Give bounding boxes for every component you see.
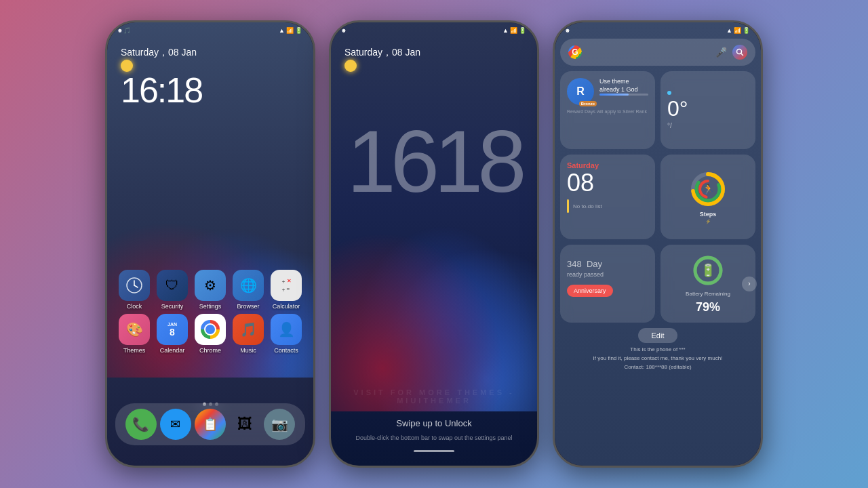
app-contacts[interactable]: 👤 Contacts [268, 314, 304, 354]
status-left-icons: ⎈ 🎵 [118, 27, 131, 34]
wifi-icon: ▲ [279, 27, 285, 34]
widget-anniversary[interactable]: 348 Day ready passed Anniversary [560, 245, 655, 323]
widget-status-left: ⎈ [566, 27, 569, 34]
lock-date: Saturday，08 Jan [344, 47, 420, 59]
widget-steps[interactable]: 🏃 Steps ⚡ [660, 155, 755, 239]
weather-temp: 0° [667, 98, 688, 119]
revanced-progress-bar [599, 94, 648, 96]
dock-photos[interactable]: 🖼 [229, 409, 260, 440]
revanced-sub: Reward Days will apply to Silver Rank [567, 109, 648, 114]
dock-camera[interactable]: 📷 [264, 409, 295, 440]
calendar-label: Calendar [160, 347, 185, 354]
weather-unit: °/ [667, 122, 672, 129]
phone2-lock: ⎈ ▲ 📶 🔋 Saturday，08 Jan 1618 VISIT FOR M… [329, 20, 539, 468]
hint-text: Double-click the bottom bar to swap out … [331, 434, 537, 441]
lens-icon[interactable] [732, 45, 747, 60]
widget-calendar[interactable]: Saturday 08 No to-do list [560, 155, 655, 239]
mic-icon[interactable]: 🎤 [715, 47, 727, 58]
revanced-icon: R Bronze [567, 78, 594, 105]
edit-button[interactable]: Edit [638, 328, 678, 343]
calendar-indicator [567, 199, 569, 213]
note-line1: This is the phone of *** [560, 346, 755, 354]
status-bar-phone3: ⎈ ▲ 📶 🔋 [555, 22, 761, 39]
phone-dock: 📞 ✉ 📋 🖼 📷 [115, 403, 305, 445]
battery-ring: 🔋 [690, 253, 726, 288]
weather-dot [667, 91, 671, 95]
battery-percent: 79% [696, 300, 720, 314]
status-bar-phone1: ⎈ 🎵 ▲ 📶 🔋 [107, 22, 313, 39]
widget-signal-icon: 📶 [734, 27, 741, 34]
clock-icon [119, 270, 150, 301]
lock-battery-icon: 🔋 [519, 27, 526, 34]
google-logo [568, 45, 582, 59]
widget-revanced[interactable]: R Bronze Use theme already 1 God Reward … [560, 71, 655, 149]
battery-icon: 🔋 [295, 27, 302, 34]
battery-icon-inner: 🔋 [701, 263, 715, 278]
calculator-icon: ＋✕ ＋= [271, 270, 302, 301]
note-line3: Contact: 188***88 (editable) [560, 363, 755, 372]
app-row-1: Clock 🛡 Security ⚙ Settings 🌐 [115, 270, 305, 310]
app-music[interactable]: 🎵 Music [230, 314, 267, 354]
browser-label: Browser [237, 303, 259, 310]
settings-label: Settings [199, 303, 222, 310]
security-icon: 🛡 [157, 270, 188, 301]
themes-icon: 🎨 [119, 314, 150, 345]
calendar-icon: JAN 8 [157, 314, 188, 345]
watermark: VISIT FOR MORE THEMES - MIUITHEMER [331, 388, 537, 405]
app-themes[interactable]: 🎨 Themes [116, 314, 153, 354]
contacts-label: Contacts [274, 347, 298, 354]
phone2-content: Saturday，08 Jan 1618 VISIT FOR MORE THEM… [331, 22, 537, 466]
app-grid: Clock 🛡 Security ⚙ Settings 🌐 [107, 270, 313, 354]
app-row-2: 🎨 Themes JAN 8 Calendar [115, 314, 305, 354]
ring-container: 🏃 [689, 170, 727, 208]
status-right-icons: ▲ 📶 🔋 [279, 27, 302, 34]
steps-sub: ⚡ [705, 219, 711, 224]
lock-status-right: ▲ 📶 🔋 [502, 27, 526, 34]
app-calculator[interactable]: ＋✕ ＋= Calculator [268, 270, 304, 310]
anniversary-days: 348 Day [567, 251, 648, 271]
widget-battery[interactable]: 🔋 Battery Remaining 79% › [660, 245, 755, 323]
swipe-text[interactable]: Swipe up to Unlock [331, 418, 537, 428]
phone1-home: ⎈ 🎵 ▲ 📶 🔋 Saturday，08 Jan 16:18 [105, 20, 315, 468]
themes-label: Themes [123, 347, 146, 354]
lock-wifi-icon: ▲ [502, 27, 509, 34]
chrome-icon [195, 314, 226, 345]
dock-phone[interactable]: 📞 [125, 409, 157, 440]
search-bar[interactable]: 🎤 [560, 39, 755, 66]
nav-arrow[interactable]: › [742, 277, 757, 291]
anniversary-button[interactable]: Anniversary [567, 285, 613, 297]
lock-time: 1618 [331, 117, 537, 205]
app-chrome[interactable]: Chrome [192, 314, 229, 354]
app-security[interactable]: 🛡 Security [154, 270, 191, 310]
widget-weather[interactable]: 0° °/ [660, 71, 755, 149]
svg-line-4 [741, 54, 743, 56]
settings-icon: ⚙ [195, 270, 226, 301]
lock-status-left: ⎈ [342, 27, 345, 34]
clock-label: Clock [127, 303, 142, 310]
steps-label: Steps [700, 211, 717, 218]
app-clock[interactable]: Clock [116, 270, 153, 310]
steps-icon: 🏃 [703, 184, 714, 195]
dock-workspace[interactable]: 📋 [195, 409, 226, 440]
note-line2: If you find it, please contact me, thank… [560, 354, 755, 363]
phone-note: This is the phone of *** If you find it,… [560, 346, 755, 371]
widget-status-right: ▲ 📶 🔋 [726, 27, 750, 34]
contacts-icon: 👤 [271, 314, 302, 345]
anniversary-days-unit: Day [587, 259, 602, 269]
revanced-progress-fill [599, 94, 629, 96]
battery-title: Battery Remaining [686, 291, 730, 298]
app-settings[interactable]: ⚙ Settings [192, 270, 229, 310]
calendar-no-todo: No to-do list [573, 203, 602, 209]
home-indicator [414, 450, 454, 452]
dock-messages[interactable]: ✉ [160, 409, 191, 440]
widget-wifi-icon: ▲ [726, 27, 732, 34]
music-label: Music [240, 347, 256, 354]
music-icon: 🎵 [233, 314, 264, 345]
app-browser[interactable]: 🌐 Browser [230, 270, 267, 310]
app-calendar[interactable]: JAN 8 Calendar [154, 314, 191, 354]
security-label: Security [161, 303, 184, 310]
svg-line-2 [134, 285, 138, 287]
browser-icon: 🌐 [233, 270, 264, 301]
lock-sun [344, 60, 357, 72]
status-bar-phone2: ⎈ ▲ 📶 🔋 [331, 22, 537, 39]
